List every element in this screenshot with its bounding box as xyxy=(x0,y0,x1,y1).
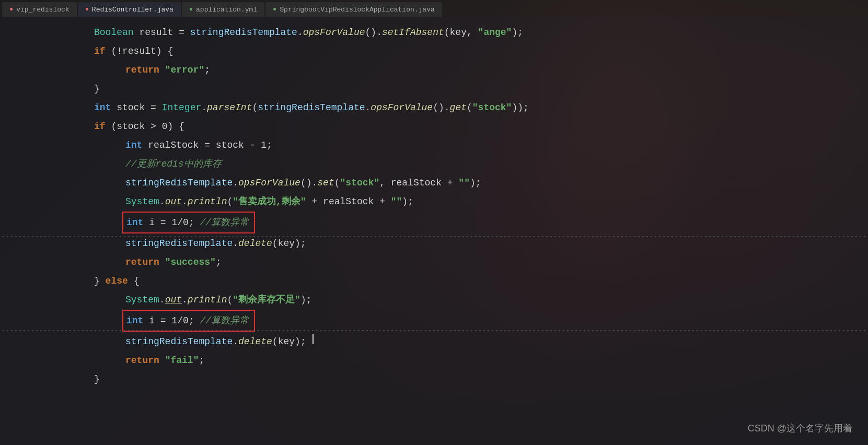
token: ); xyxy=(470,174,481,192)
token: , realStock + xyxy=(379,174,458,192)
squiggle-decoration-1 xyxy=(0,236,868,237)
token: . xyxy=(297,24,303,41)
code-line-5: int stock = Integer . parseInt ( stringR… xyxy=(0,98,868,117)
token: . xyxy=(201,99,207,116)
token: ); xyxy=(300,291,312,309)
tab-icon-0: ● xyxy=(9,6,13,13)
token: "ange" xyxy=(478,24,512,41)
token: if xyxy=(94,118,106,135)
token: "stock" xyxy=(340,174,380,192)
token: (). xyxy=(365,24,382,41)
token: stock = xyxy=(111,99,161,116)
token xyxy=(159,352,165,369)
token: i = 1/0; xyxy=(143,312,200,330)
token: (stock > 0) { xyxy=(106,118,184,135)
code-line-13: return "success" ; xyxy=(0,253,868,272)
code-line-18: return "fail" ; xyxy=(0,351,868,370)
token: get xyxy=(450,99,467,116)
tab-label-3: SpringbootVipRedislockApplication.java xyxy=(280,6,434,14)
token: "stock" xyxy=(472,99,512,116)
tab-application-yml[interactable]: ● application.yml xyxy=(182,2,264,17)
token: out xyxy=(165,291,182,309)
tab-label-1: RedisController.java xyxy=(92,6,173,14)
code-line-14: } else { xyxy=(0,272,868,290)
token: delete xyxy=(238,235,272,252)
token-int-2: int xyxy=(126,312,143,330)
token: . xyxy=(233,333,238,350)
token: ( xyxy=(227,291,233,309)
code-line-19: } xyxy=(0,370,868,389)
tab-icon-2: ● xyxy=(189,6,193,13)
token: (key); xyxy=(272,235,306,252)
token: int xyxy=(94,99,111,116)
token: parseInt xyxy=(207,99,252,116)
token: "fail" xyxy=(165,352,199,369)
token: //算数异常 xyxy=(200,312,249,330)
token: } xyxy=(94,370,100,388)
token: { xyxy=(128,272,140,290)
token: ; xyxy=(204,61,210,79)
code-line-9: stringRedisTemplate . opsForValue (). se… xyxy=(0,173,868,192)
token: stringRedisTemplate xyxy=(190,24,297,41)
token: opsForValue xyxy=(238,174,300,192)
token: } xyxy=(94,80,100,98)
code-line-2: if (!result) { xyxy=(0,42,868,61)
token: (key); xyxy=(272,333,312,350)
token: //算数异常 xyxy=(200,214,249,231)
token: int xyxy=(125,136,142,154)
token: stringRedisTemplate xyxy=(125,333,233,350)
code-line-17: stringRedisTemplate . delete (key); xyxy=(0,332,868,351)
token: Boolean xyxy=(94,24,134,41)
code-line-4: } xyxy=(0,79,868,98)
token: stringRedisTemplate xyxy=(125,235,233,252)
token xyxy=(159,253,165,271)
token: ; xyxy=(216,253,222,271)
token: } xyxy=(94,272,106,290)
token: stringRedisTemplate xyxy=(258,99,365,116)
token: "" xyxy=(391,193,402,210)
tab-icon-3: ● xyxy=(273,6,276,13)
token: System xyxy=(125,291,159,309)
code-line-16: int i = 1/0; //算数异常 xyxy=(0,309,868,332)
tab-springboot-app[interactable]: ● SpringbootVipRedislockApplication.java xyxy=(265,2,442,17)
token: //更新redis中的库存 xyxy=(125,155,222,173)
code-line-3: return "error" ; xyxy=(0,61,868,79)
csdn-watermark: CSDN @这个名字先用着 xyxy=(748,422,852,435)
token: set xyxy=(317,174,334,192)
token: System xyxy=(125,193,159,210)
token: + realStock + xyxy=(306,193,391,210)
text-cursor xyxy=(313,334,314,344)
token: ); xyxy=(402,193,413,210)
token: println xyxy=(188,291,227,309)
token: "error" xyxy=(165,61,205,79)
code-line-15: System . out . println ( "剩余库存不足" ); xyxy=(0,290,868,309)
token: return xyxy=(125,253,159,271)
token: . xyxy=(159,291,165,309)
token: setIfAbsent xyxy=(382,24,444,41)
token: ); xyxy=(512,24,523,41)
code-line-10: System . out . println ( "售卖成功,剩余" + rea… xyxy=(0,192,868,211)
token: . xyxy=(182,291,188,309)
token xyxy=(159,61,165,79)
token: result = xyxy=(134,24,190,41)
token: i = 1/0; xyxy=(143,214,200,231)
token: (). xyxy=(300,174,317,192)
token: (key, xyxy=(444,24,478,41)
token: delete xyxy=(238,333,272,350)
token: "售卖成功,剩余" xyxy=(233,193,306,210)
tab-label-0: vip_redislock xyxy=(16,6,69,14)
token: ( xyxy=(252,99,258,116)
tab-redis-controller[interactable]: ● RedisController.java xyxy=(78,2,181,17)
token: stringRedisTemplate xyxy=(125,174,233,192)
token: "" xyxy=(458,174,470,192)
tab-vip-redislock[interactable]: ● vip_redislock xyxy=(2,2,77,17)
token: . xyxy=(159,193,165,210)
tab-label-2: application.yml xyxy=(196,6,257,14)
tab-bar: ● vip_redislock ● RedisController.java ●… xyxy=(0,0,868,17)
token: opsForValue xyxy=(303,24,365,41)
code-editor[interactable]: Boolean result = stringRedisTemplate . o… xyxy=(0,17,868,445)
token: "剩余库存不足" xyxy=(233,291,300,309)
tab-icon-1: ● xyxy=(85,6,89,13)
code-line-6: if (stock > 0) { xyxy=(0,117,868,136)
token: ( xyxy=(467,99,472,116)
